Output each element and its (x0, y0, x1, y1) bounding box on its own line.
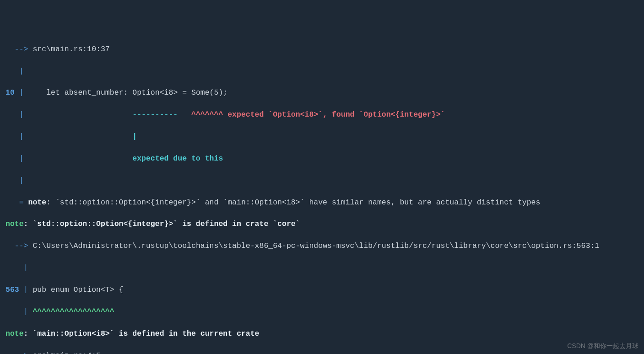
arrow-line: --> src\main.rs:10:37 (5, 44, 639, 55)
code-line-563: 563 | pub enum Option<T> { (5, 284, 639, 295)
bar-line-10: | | (5, 131, 639, 142)
note-similar-types: = note: `std::option::Option<{integer}>`… (5, 197, 639, 208)
gutter-pipe: | (5, 66, 639, 77)
arrow-core-loc: --> C:\Users\Administrator\.rustup\toolc… (5, 241, 639, 252)
watermark: CSDN @和你一起去月球 (567, 341, 639, 350)
gutter-pipe: | (5, 175, 639, 186)
gutter-pipe: | (5, 263, 639, 274)
arrow-main-loc: --> src\main.rs:4:5 (5, 350, 639, 354)
code-line-10: 10 | let absent_number: Option<i8> = Som… (5, 87, 639, 98)
note-core-crate: note: `std::option::Option<{integer}>` i… (5, 219, 639, 230)
note-current-crate: note: `main::Option<i8>` is defined in t… (5, 328, 639, 339)
caret-line-10: | ---------- ^^^^^^^ expected `Option<i8… (5, 109, 639, 120)
expected-line: | expected due to this (5, 153, 639, 164)
caret-line-563: | ^^^^^^^^^^^^^^^^^^ (5, 306, 639, 317)
